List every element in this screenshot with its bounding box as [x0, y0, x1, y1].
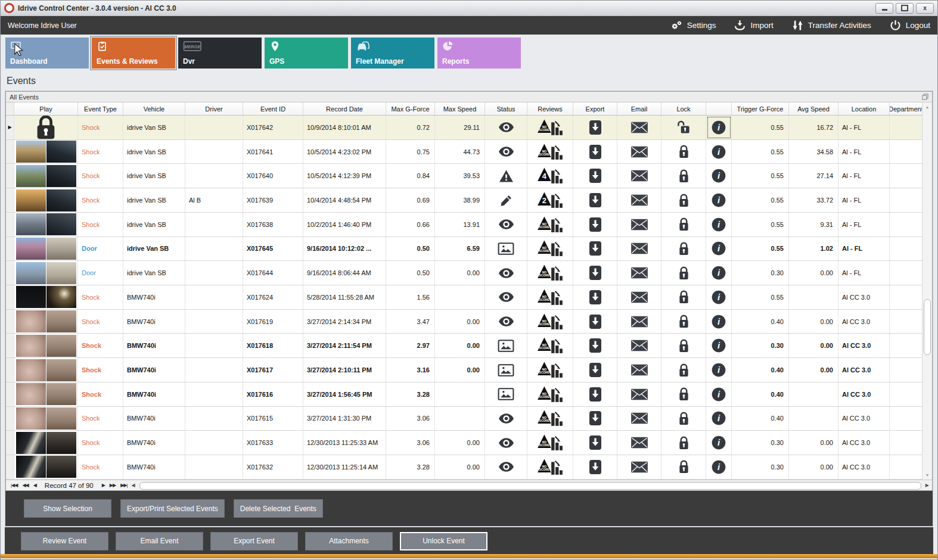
status_icon-cell[interactable] — [485, 116, 527, 139]
table-row[interactable]: ShockBMW740iX0176183/27/2014 2:11:54 PM2… — [6, 334, 922, 358]
email_icon-cell[interactable] — [617, 116, 661, 139]
info_icon-cell[interactable]: i — [706, 431, 732, 455]
review_icon-cell[interactable]: 4 — [527, 164, 573, 188]
review-event-button[interactable]: Review Event — [21, 532, 108, 550]
nav-tile-fleet-manager[interactable]: Fleet Manager — [351, 38, 434, 69]
email_icon-cell[interactable] — [617, 382, 661, 406]
toolbar-item-import[interactable]: Import — [734, 19, 773, 32]
export_icon-cell[interactable] — [573, 188, 617, 212]
info_icon-cell[interactable]: i — [706, 310, 732, 334]
column-header-event_type[interactable]: Event Type — [78, 102, 123, 115]
export_icon-cell[interactable] — [573, 285, 617, 309]
email_icon-cell[interactable] — [617, 213, 661, 237]
maximize-button[interactable] — [896, 3, 914, 14]
column-header-max_speed[interactable]: Max Speed — [435, 102, 485, 115]
status_icon-cell[interactable] — [485, 310, 527, 334]
review_icon-cell[interactable]: NOSCORE — [527, 358, 573, 382]
review_icon-cell[interactable]: NOSCORE — [527, 334, 573, 357]
export_icon-cell[interactable] — [573, 310, 617, 334]
info_icon-cell[interactable]: i — [706, 407, 732, 431]
export_icon-cell[interactable] — [573, 261, 617, 285]
export_icon-cell[interactable] — [573, 407, 617, 431]
review_icon-cell[interactable]: NOSCORE — [527, 431, 573, 455]
column-header-max_gforce[interactable]: Max G-Force — [386, 102, 435, 115]
export_icon-cell[interactable] — [573, 140, 617, 164]
email_icon-cell[interactable] — [617, 261, 661, 285]
lock_icon-cell[interactable] — [661, 358, 706, 382]
column-header-play[interactable]: Play — [14, 102, 78, 115]
play-cell[interactable] — [14, 261, 78, 285]
info_icon-cell[interactable]: i — [706, 140, 732, 164]
lock_icon-cell[interactable] — [661, 140, 706, 164]
panel-layout-icon[interactable] — [922, 94, 928, 100]
play-cell[interactable] — [14, 407, 78, 431]
lock_icon-cell[interactable] — [661, 334, 706, 357]
email_icon-cell[interactable] — [617, 334, 661, 357]
info_icon-cell[interactable]: i — [706, 237, 732, 261]
status_icon-cell[interactable] — [485, 431, 527, 455]
export_icon-cell[interactable] — [573, 382, 617, 406]
status_icon-cell[interactable] — [485, 407, 527, 431]
table-row[interactable]: ShockBMW740iX0176245/28/2014 11:55:28 AM… — [6, 285, 922, 310]
lock_icon-cell[interactable] — [661, 310, 706, 334]
play-cell[interactable] — [14, 310, 78, 334]
scroll-up-button[interactable]: ▲ — [923, 102, 932, 111]
column-header-email_icon[interactable]: Email — [617, 102, 661, 115]
table-row[interactable]: Dooridrive Van SBX0176459/16/2014 10:12:… — [6, 237, 922, 262]
review_icon-cell[interactable]: NOSCORE — [527, 455, 573, 479]
export_icon-cell[interactable] — [573, 358, 617, 382]
review_icon-cell[interactable]: NOSCORE — [527, 285, 573, 309]
table-row[interactable]: ShockBMW740iX0176173/27/2014 2:10:11 PM3… — [6, 358, 922, 382]
column-header-lock_icon[interactable]: Lock — [661, 102, 706, 115]
scroll-left-button[interactable]: ◀ — [132, 483, 135, 488]
play-cell[interactable] — [14, 237, 78, 261]
play-cell[interactable] — [14, 188, 78, 212]
play-cell[interactable] — [14, 358, 78, 382]
play-cell[interactable] — [14, 140, 78, 164]
toolbar-item-settings[interactable]: Settings — [670, 19, 716, 32]
horizontal-scroll-thumb[interactable] — [139, 482, 921, 490]
column-header-trigger_gforce[interactable]: Trigger G-Force — [732, 102, 789, 115]
minimize-button[interactable] — [875, 3, 893, 14]
table-row[interactable]: Shockidrive Van SBX01764110/5/2014 4:23:… — [6, 140, 922, 164]
column-header-event_id[interactable]: Event ID — [243, 102, 303, 115]
table-row[interactable]: Shockidrive Van SBX01763810/2/2014 1:46:… — [6, 213, 922, 237]
table-row[interactable]: ShockBMW740iX0176193/27/2014 2:14:34 PM3… — [6, 310, 922, 334]
play-cell[interactable] — [14, 334, 78, 357]
vertical-scroll-thumb[interactable] — [924, 299, 931, 355]
column-header-export_icon[interactable]: Export — [573, 102, 617, 115]
lock_icon-cell[interactable] — [661, 213, 706, 237]
column-header-review_icon[interactable]: Reviews — [527, 102, 573, 115]
lock_icon-cell[interactable] — [661, 164, 706, 188]
lock_icon-cell[interactable] — [661, 261, 706, 285]
play-cell[interactable] — [14, 431, 78, 455]
email-event-button[interactable]: Email Event — [116, 532, 203, 550]
status_icon-cell[interactable] — [485, 382, 527, 406]
table-row[interactable]: ShockBMW740iX01763212/30/2013 11:25:14 A… — [6, 455, 922, 480]
lock_icon-cell[interactable] — [661, 237, 706, 261]
email_icon-cell[interactable] — [617, 188, 661, 212]
unlock-event-button[interactable]: Unlock Event — [400, 532, 487, 550]
review_icon-cell[interactable]: NOSCORE — [527, 407, 573, 431]
info_icon-cell[interactable]: i — [706, 213, 732, 237]
export_icon-cell[interactable] — [573, 455, 617, 479]
lock_icon-cell[interactable] — [661, 188, 706, 212]
play-cell[interactable] — [14, 116, 78, 139]
info_icon-cell[interactable]: i — [706, 116, 732, 139]
review_icon-cell[interactable]: NOSCORE — [527, 382, 573, 406]
info_icon-cell[interactable]: i — [706, 358, 732, 382]
nav-tile-events-reviews[interactable]: Events & Reviews — [92, 38, 175, 69]
toolbar-item-transfer-activities[interactable]: Transfer Activities — [791, 19, 871, 32]
status_icon-cell[interactable] — [485, 188, 527, 212]
export_icon-cell[interactable] — [573, 164, 617, 188]
export_icon-cell[interactable] — [573, 116, 617, 139]
email_icon-cell[interactable] — [617, 455, 661, 479]
info_icon-cell[interactable]: i — [706, 455, 732, 479]
status_icon-cell[interactable] — [485, 261, 527, 285]
table-row[interactable]: Shockidrive Van SBX01764010/5/2014 4:12:… — [6, 164, 922, 188]
column-header-vehicle[interactable]: Vehicle — [123, 102, 185, 115]
status_icon-cell[interactable] — [485, 213, 527, 237]
status_icon-cell[interactable] — [485, 455, 527, 479]
review_icon-cell[interactable]: NOSCORE — [527, 237, 573, 261]
scroll-down-button[interactable]: ▼ — [923, 471, 932, 480]
